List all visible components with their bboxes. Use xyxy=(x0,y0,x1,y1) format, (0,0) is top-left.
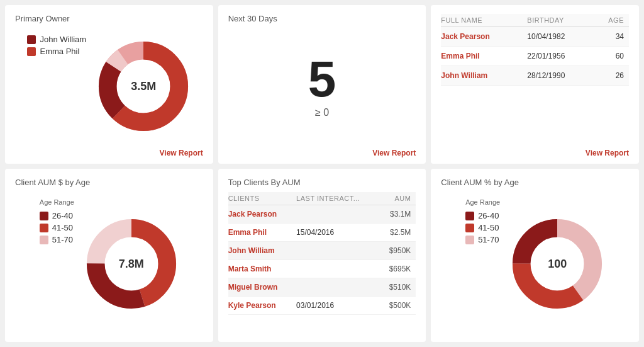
pct-legend-4150-label: 41-50 xyxy=(478,223,499,232)
client-aum: $2.5M xyxy=(382,224,416,242)
birthday-row: Jack Pearson 10/04/1982 34 xyxy=(441,27,629,47)
pct-legend-5170-label: 51-70 xyxy=(478,235,499,244)
client-row: Marta Smith $695K xyxy=(228,260,416,278)
clients-col-name: Clients xyxy=(228,192,296,205)
legend-age-4150: 41-50 xyxy=(40,223,74,232)
pct-legend-4150: 41-50 xyxy=(465,223,500,232)
client-name[interactable]: Marta Smith xyxy=(228,260,296,278)
birthday-col-name: Full Name xyxy=(441,14,527,27)
client-name[interactable]: Jack Pearson xyxy=(228,205,296,224)
birthday-card: Full Name Birthday Age Jack Pearson 10/0… xyxy=(431,5,639,164)
pct-legend-2640: 26-40 xyxy=(465,211,500,220)
primary-owner-chart-container: John William Emma Phil 3.5M xyxy=(15,28,203,144)
birthday-date: 28/12/1990 xyxy=(527,66,596,86)
birthday-name[interactable]: Jack Pearson xyxy=(441,27,527,47)
client-row: Emma Phil 15/04/2016 $2.5M xyxy=(228,224,416,242)
client-aum-age-title: Client AUM $ by Age xyxy=(15,178,203,187)
client-row: John William $950K xyxy=(228,242,416,260)
client-aum-pct-chart-container: Age Range 26-40 41-50 51-70 xyxy=(441,192,629,336)
client-last xyxy=(296,278,382,297)
birthday-col-age: Age xyxy=(596,14,629,27)
client-name[interactable]: Emma Phil xyxy=(228,224,296,242)
client-aum: $510K xyxy=(382,278,416,297)
pct-legend-2640-label: 26-40 xyxy=(478,211,499,220)
legend-label-emma: Emma Phil xyxy=(40,47,79,56)
client-last xyxy=(296,242,382,260)
client-aum: $695K xyxy=(382,260,416,278)
clients-table: Clients Last Interact... AUM Jack Pearso… xyxy=(228,192,416,315)
next-30-days-card: Next 30 Days 5 ≥ 0 View Report xyxy=(218,5,426,164)
client-name[interactable]: Kyle Pearson xyxy=(228,297,296,315)
next-30-days-number-container: 5 ≥ 0 xyxy=(228,28,416,144)
legend-item-emma: Emma Phil xyxy=(27,47,86,56)
dashboard: Primary Owner John William Emma Phil xyxy=(0,0,644,347)
client-last: 15/04/2016 xyxy=(296,224,382,242)
client-row: Miguel Brown $510K xyxy=(228,278,416,297)
client-aum-pct-donut: 100 xyxy=(510,217,604,311)
legend-age-2640: 26-40 xyxy=(40,211,74,220)
top-clients-title: Top Clients By AUM xyxy=(228,178,416,187)
client-aum: $950K xyxy=(382,242,416,260)
legend-color-john xyxy=(27,35,36,44)
birthday-row: John William 28/12/1990 26 xyxy=(441,66,629,86)
primary-owner-donut: 3.5M xyxy=(96,39,191,134)
birthday-name[interactable]: John William xyxy=(441,66,527,86)
pct-legend-5170: 51-70 xyxy=(465,235,500,244)
birthday-age: 26 xyxy=(596,66,629,86)
client-name[interactable]: John William xyxy=(228,242,296,260)
legend-color-emma xyxy=(27,47,36,56)
client-aum: $3.1M xyxy=(382,205,416,224)
client-aum-pct-center: 100 xyxy=(548,258,567,271)
legend-age-5170-label: 51-70 xyxy=(52,235,73,244)
client-aum-age-legend-title: Age Range xyxy=(40,198,74,206)
birthday-age: 34 xyxy=(596,27,629,47)
client-row: Kyle Pearson 03/01/2016 $500K xyxy=(228,297,416,315)
client-name[interactable]: Miguel Brown xyxy=(228,278,296,297)
clients-col-last: Last Interact... xyxy=(296,192,382,205)
client-aum-age-card: Client AUM $ by Age Age Range 26-40 41-5… xyxy=(5,169,213,342)
next-30-days-title: Next 30 Days xyxy=(228,14,416,23)
primary-owner-card: Primary Owner John William Emma Phil xyxy=(5,5,213,164)
birthday-date: 10/04/1982 xyxy=(527,27,596,47)
client-aum: $500K xyxy=(382,297,416,315)
primary-owner-center-value: 3.5M xyxy=(131,79,156,93)
birthday-date: 22/01/1956 xyxy=(527,47,596,66)
birthday-age: 60 xyxy=(596,47,629,66)
birthday-view-report[interactable]: View Report xyxy=(441,144,629,157)
next-30-days-big-number: 5 xyxy=(308,54,336,105)
birthday-name[interactable]: Emma Phil xyxy=(441,47,527,66)
next-30-days-sub: ≥ 0 xyxy=(315,107,329,118)
legend-age-2640-label: 26-40 xyxy=(52,211,73,220)
legend-item-john: John William xyxy=(27,35,86,44)
client-last: 03/01/2016 xyxy=(296,297,382,315)
client-aum-age-chart-container: Age Range 26-40 41-50 51-70 xyxy=(15,192,203,336)
primary-owner-title: Primary Owner xyxy=(15,14,203,23)
client-aum-pct-title: Client AUM % by Age xyxy=(441,178,629,187)
legend-label-john: John William xyxy=(40,35,86,44)
next-30-days-view-report[interactable]: View Report xyxy=(228,144,416,157)
primary-owner-view-report[interactable]: View Report xyxy=(15,144,203,157)
client-row: Jack Pearson $3.1M xyxy=(228,205,416,224)
birthday-table: Full Name Birthday Age Jack Pearson 10/0… xyxy=(441,14,629,86)
client-aum-pct-card: Client AUM % by Age Age Range 26-40 41-5… xyxy=(431,169,639,342)
client-aum-age-center: 7.8M xyxy=(119,258,144,271)
client-last xyxy=(296,260,382,278)
clients-col-aum: AUM xyxy=(382,192,416,205)
legend-age-5170: 51-70 xyxy=(40,235,74,244)
birthday-row: Emma Phil 22/01/1956 60 xyxy=(441,47,629,66)
top-clients-card: Top Clients By AUM Clients Last Interact… xyxy=(218,169,426,342)
client-aum-age-donut: 7.8M xyxy=(84,217,179,311)
client-aum-pct-legend-title: Age Range xyxy=(465,198,500,206)
client-last xyxy=(296,205,382,224)
birthday-col-birthday: Birthday xyxy=(527,14,596,27)
legend-age-4150-label: 41-50 xyxy=(52,223,73,232)
